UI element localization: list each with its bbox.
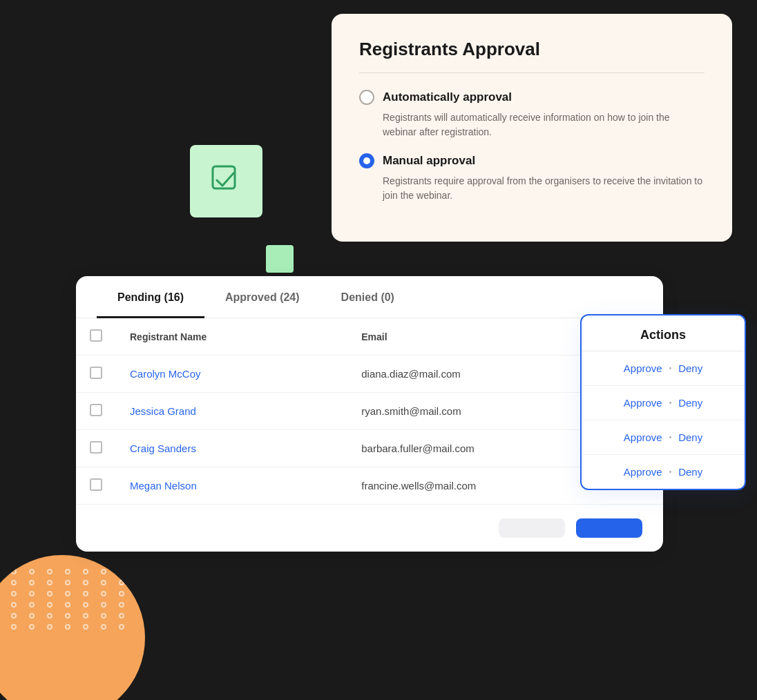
table-card: Pending (16) Approved (24) Denied (0) Re… (76, 276, 663, 552)
cancel-button[interactable] (499, 518, 565, 538)
table-row: Jessica Grand ryan.smith@mail.com (76, 393, 663, 430)
tab-denied[interactable]: Denied (0) (320, 276, 415, 318)
table-row: Carolyn McCoy diana.diaz@mail.com (76, 356, 663, 393)
deco-green-square (190, 145, 262, 217)
row-name-3[interactable]: Megan Nelson (116, 467, 347, 505)
approval-card: Registrants Approval Automatically appro… (332, 14, 732, 242)
approval-option-manual: Manual approval Registrants require appr… (359, 153, 705, 203)
approve-btn-1[interactable]: Approve (624, 397, 662, 409)
row-checkbox-cell (76, 393, 116, 430)
radio-auto[interactable] (359, 90, 374, 105)
approve-btn-2[interactable]: Approve (624, 431, 662, 443)
action-row-0: Approve • Deny (582, 351, 745, 386)
select-all-checkbox[interactable] (90, 329, 102, 342)
actions-card: Actions Approve • Deny Approve • Deny Ap… (580, 314, 746, 490)
action-dot-3: • (669, 468, 672, 476)
deco-green-small-square (266, 245, 294, 273)
table-header-row: Registrant Name Email (76, 318, 663, 356)
tabs-container: Pending (16) Approved (24) Denied (0) (76, 276, 663, 318)
deny-btn-3[interactable]: Deny (678, 466, 702, 478)
row-checkbox-2[interactable] (90, 441, 102, 454)
action-dot-2: • (669, 434, 672, 441)
tab-approved[interactable]: Approved (24) (204, 276, 320, 318)
row-checkbox-cell (76, 430, 116, 467)
row-checkbox-1[interactable] (90, 404, 102, 416)
row-name-1[interactable]: Jessica Grand (116, 393, 347, 430)
table-row: Craig Sanders barbara.fuller@mail.com (76, 430, 663, 467)
approve-btn-3[interactable]: Approve (624, 466, 662, 478)
row-checkbox-cell (76, 467, 116, 505)
action-row-3: Approve • Deny (582, 455, 745, 489)
action-dot-1: • (669, 399, 672, 407)
confirm-button[interactable] (576, 518, 642, 538)
approval-card-title: Registrants Approval (359, 39, 705, 60)
action-dot-0: • (669, 364, 672, 372)
row-checkbox-3[interactable] (90, 478, 102, 491)
deny-btn-1[interactable]: Deny (678, 397, 702, 409)
actions-title: Actions (582, 315, 745, 351)
approval-auto-desc: Registrants will automatically receive i… (359, 110, 705, 139)
deco-orange-circle (0, 555, 145, 700)
header-name: Registrant Name (116, 318, 347, 356)
header-checkbox-cell (76, 318, 116, 356)
action-row-1: Approve • Deny (582, 386, 745, 420)
approval-option-auto: Automatically approval Registrants will … (359, 90, 705, 139)
checkbox-check-icon (207, 161, 246, 202)
approval-divider (359, 72, 705, 73)
buttons-row (76, 505, 663, 552)
row-name-0[interactable]: Carolyn McCoy (116, 356, 347, 393)
approve-btn-0[interactable]: Approve (624, 362, 662, 374)
radio-manual[interactable] (359, 153, 374, 168)
deny-btn-0[interactable]: Deny (678, 362, 702, 374)
approval-manual-label: Manual approval (383, 154, 475, 168)
deny-btn-2[interactable]: Deny (678, 431, 702, 443)
row-checkbox-0[interactable] (90, 367, 102, 379)
row-checkbox-cell (76, 356, 116, 393)
approval-auto-label: Automatically approval (383, 90, 512, 104)
row-name-2[interactable]: Craig Sanders (116, 430, 347, 467)
action-row-2: Approve • Deny (582, 420, 745, 455)
registrants-table: Registrant Name Email Carolyn McCoy dian… (76, 318, 663, 505)
approval-manual-desc: Registrants require approval from the or… (359, 174, 705, 203)
table-row: Megan Nelson francine.wells@mail.com (76, 467, 663, 505)
tab-pending[interactable]: Pending (16) (97, 276, 204, 318)
